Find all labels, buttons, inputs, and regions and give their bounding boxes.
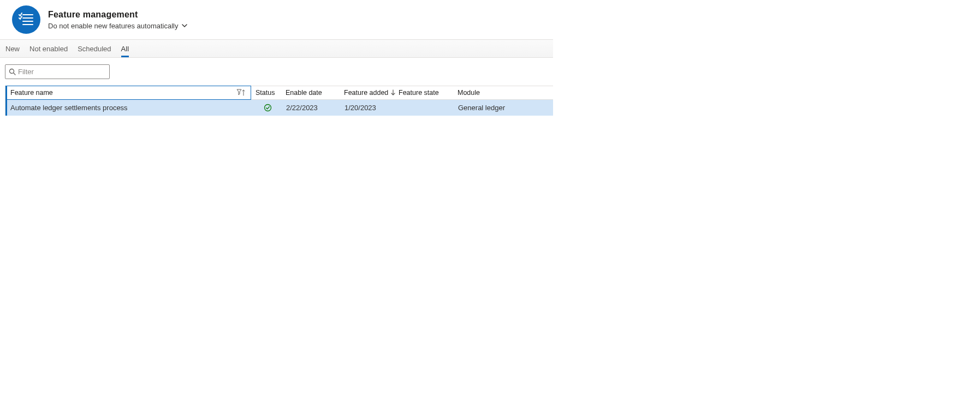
cell-feature-added: 1/20/2023 xyxy=(341,100,396,116)
tab-all[interactable]: All xyxy=(121,40,129,57)
col-header-feature-name[interactable]: Feature name xyxy=(5,86,251,100)
search-icon xyxy=(9,68,16,75)
cell-enable-date: 2/22/2023 xyxy=(283,100,341,116)
cell-module: General ledger xyxy=(455,100,553,116)
col-header-label: Feature state xyxy=(399,89,439,97)
cell-feature-state xyxy=(396,100,455,116)
filter-input[interactable] xyxy=(18,68,110,76)
col-header-label: Status xyxy=(256,89,275,97)
feature-grid: Feature name Status Enable date Feature … xyxy=(5,86,553,116)
col-header-module[interactable]: Module xyxy=(453,86,551,99)
auto-enable-dropdown[interactable]: Do not enable new features automatically xyxy=(48,22,188,30)
col-header-enable-date[interactable]: Enable date xyxy=(281,86,340,99)
col-header-feature-added[interactable]: Feature added xyxy=(340,86,394,99)
filter-input-wrap[interactable] xyxy=(5,64,110,79)
grid-row[interactable]: Automate ledger settlements process 2/22… xyxy=(5,100,553,116)
column-filter-sort-icon[interactable] xyxy=(236,89,246,97)
page-header: Feature management Do not enable new fea… xyxy=(0,0,553,39)
page-title: Feature management xyxy=(48,10,188,20)
tab-bar: New Not enabled Scheduled All xyxy=(0,39,553,58)
chevron-down-icon xyxy=(181,22,188,29)
feature-management-icon xyxy=(12,5,40,34)
tab-not-enabled[interactable]: Not enabled xyxy=(29,40,68,57)
col-header-status[interactable]: Status xyxy=(251,86,281,99)
auto-enable-label: Do not enable new features automatically xyxy=(48,22,178,30)
cell-status xyxy=(253,100,283,116)
svg-line-5 xyxy=(14,73,16,75)
svg-point-6 xyxy=(265,105,271,111)
col-header-feature-state[interactable]: Feature state xyxy=(394,86,453,99)
filter-bar xyxy=(0,58,553,86)
tab-scheduled[interactable]: Scheduled xyxy=(78,40,111,57)
col-header-label: Enable date xyxy=(286,89,322,97)
grid-header-row: Feature name Status Enable date Feature … xyxy=(5,86,553,100)
col-header-label: Module xyxy=(458,89,480,97)
col-header-label: Feature added xyxy=(344,89,388,97)
col-header-label: Feature name xyxy=(10,89,53,97)
cell-feature-name: Automate ledger settlements process xyxy=(7,100,253,116)
tab-new[interactable]: New xyxy=(5,40,20,57)
status-enabled-icon xyxy=(264,104,272,112)
